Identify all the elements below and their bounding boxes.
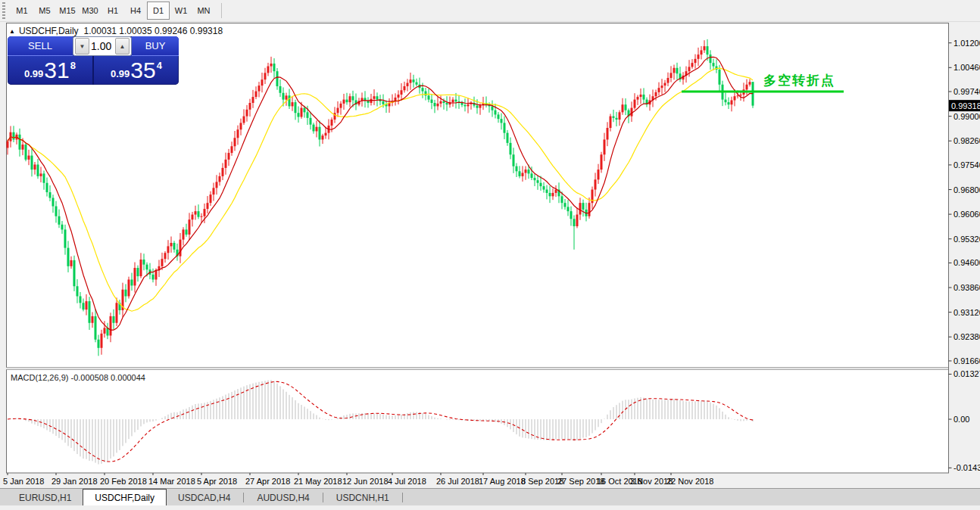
candle-body [528,169,530,173]
candle-body [204,209,206,216]
timeframe-button-m15[interactable]: M15 [56,2,79,20]
candle-body [307,112,309,117]
candle-body [28,156,30,160]
symbol-marker-icon: ▲ [9,28,15,35]
chart-canvas[interactable]: 1.012001.004600.997400.990000.982600.975… [0,22,980,488]
date-tick-label: 5 Jan 2018 [3,477,44,486]
chart-tabs-bar: EURUSD,H1USDCHF,DailyUSDCAD,H4AUDUSD,H4U… [0,488,980,505]
candle-body [222,168,224,176]
sell-price[interactable]: 0.99 31 8 [8,56,94,85]
candle-body [349,96,351,102]
candle-body [31,156,33,170]
candle-body [104,328,106,333]
macd-panel[interactable] [7,370,949,474]
candle-body [634,100,636,108]
timeframe-button-m1[interactable]: M1 [11,2,33,20]
candle-body [49,192,51,197]
candle-body [80,296,82,303]
candle-body [261,79,264,86]
tab-separator [402,493,403,502]
buy-button[interactable]: BUY [132,36,179,56]
candle-body [173,243,176,250]
candle-body [131,279,133,285]
candle-body [595,179,597,189]
candle-body [292,102,294,106]
volume-input[interactable] [91,40,114,52]
candle-body [198,211,200,216]
candle-body [273,64,276,71]
candle-body [313,125,315,132]
candle-body [501,119,503,123]
timeframe-button-h1[interactable]: H1 [101,2,124,20]
timeframe-button-h4[interactable]: H4 [124,2,147,20]
candle-body [382,101,385,104]
candle-body [7,141,9,148]
timeframe-button-w1[interactable]: W1 [170,2,192,20]
candle-body [352,96,354,100]
candle-body [601,154,603,169]
date-tick-label: 5 Apr 2018 [197,477,237,486]
chart-tab-eurusd[interactable]: EURUSD,H1 [8,490,83,505]
candle-body [346,100,348,103]
candle-body [201,216,203,217]
candle-body [746,85,748,90]
chart-symbol-label: USDCHF,Daily [19,26,79,36]
candle-body [452,100,454,103]
candle-body [258,86,261,91]
chart-tab-usdcnh[interactable]: USDCNH,H1 [325,490,401,505]
volume-increase-button[interactable]: ▲ [115,38,130,54]
candle-body [582,203,585,210]
macd-tick-label: 0.00 [953,415,969,424]
candle-body [495,110,497,115]
buy-price[interactable]: 0.99 35 4 [94,56,179,85]
macd-name: MACD(12,26,9) [11,373,68,382]
macd-tick-label: -0.01431 [953,463,980,472]
candle-body [137,268,139,276]
candle-body [588,203,591,216]
candle-body [564,203,566,207]
timeframe-button-d1[interactable]: D1 [147,2,170,20]
sell-price-big: 31 [44,58,69,82]
candle-body [704,46,706,50]
price-tick-label: 0.99740 [953,87,980,96]
candle-body [510,143,512,154]
price-tick-label: 0.93120 [953,308,980,317]
chart-tab-usdcad[interactable]: USDCAD,H4 [167,490,242,505]
timeframe-button-m5[interactable]: M5 [33,2,56,20]
candle-body [231,146,233,153]
candle-body [219,176,221,182]
candle-body [19,135,21,150]
toolbar-grip-handle[interactable] [2,2,5,19]
tab-separator [323,493,323,502]
panel-splitter[interactable] [7,368,949,370]
candle-body [576,215,579,226]
candle-body [640,95,642,97]
candle-body [376,96,379,99]
price-tick-label: 0.97540 [953,160,980,169]
candle-body [282,93,285,100]
candle-body [513,154,515,166]
candle-body [67,248,70,266]
chart-tab-audusd[interactable]: AUDUSD,H4 [245,490,320,505]
candle-body [670,73,673,78]
candle-body [476,106,479,108]
candle-body [64,229,67,247]
candle-body [237,129,239,138]
candle-body [167,246,170,253]
candle-body [613,117,615,118]
date-tick-label: 4 Jul 2018 [388,477,426,486]
candle-body [25,145,27,160]
price-tick-label: 0.91660 [953,356,980,365]
timeframe-button-mn[interactable]: MN [192,2,215,20]
chart-tab-usdchf[interactable]: USDCHF,Daily [83,489,167,505]
mt4-terminal: { "toolbar": { "timeframes": ["M1","M5",… [0,0,980,510]
candle-body [446,103,448,104]
candle-body [234,138,236,146]
sell-button[interactable]: SELL [8,36,73,56]
volume-decrease-button[interactable]: ▼ [75,38,89,54]
candle-body [694,59,697,63]
candle-body [70,260,73,266]
candle-body [279,86,282,93]
timeframe-button-m30[interactable]: M30 [79,2,101,20]
candle-body [591,190,594,204]
